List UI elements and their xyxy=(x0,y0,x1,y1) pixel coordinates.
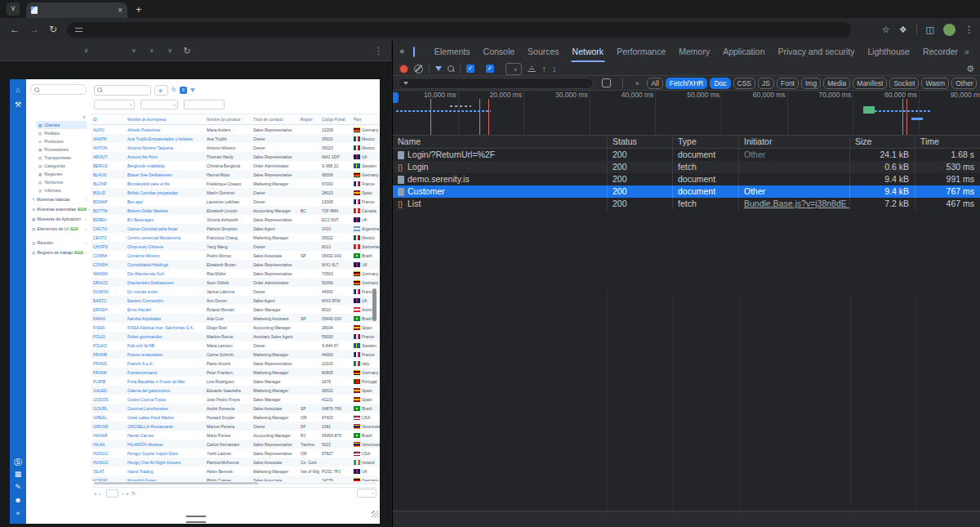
company-name-link[interactable]: FISSA Fabrica Inter. Salchichas S.A. xyxy=(125,325,204,330)
customer-id-link[interactable]: BSBEV xyxy=(91,217,125,222)
network-column-header[interactable]: Size xyxy=(850,136,915,148)
company-name-link[interactable]: Consolidated Holdings xyxy=(125,262,204,267)
network-settings-icon[interactable] xyxy=(966,64,974,74)
customer-id-link[interactable]: BERGS xyxy=(91,163,125,168)
devtools-tab[interactable]: Memory xyxy=(672,41,716,62)
scrollbar-thumb[interactable] xyxy=(94,482,258,485)
request-type-pill[interactable]: JS xyxy=(758,78,774,89)
customer-id-link[interactable]: FOLIG xyxy=(91,334,125,339)
customer-row[interactable]: FOLKO Folk och fä HB Maria Larsson Owner… xyxy=(91,341,380,350)
throttling-select[interactable] xyxy=(147,47,154,54)
company-name-link[interactable]: France restauration xyxy=(125,352,204,357)
last-page-icon[interactable] xyxy=(126,491,128,496)
country-filter-select[interactable] xyxy=(94,100,135,109)
customer-id-link[interactable]: FRANS xyxy=(91,361,125,366)
customer-id-link[interactable]: GOURL xyxy=(91,406,125,411)
company-name-link[interactable]: Bólido Comidas preparadas xyxy=(125,190,204,195)
forward-button[interactable] xyxy=(29,24,39,35)
next-page-icon[interactable] xyxy=(122,491,123,496)
request-type-pill[interactable]: CSS xyxy=(733,78,755,89)
customer-row[interactable]: ANTON Antonio Moreno Taquería Antonio Mo… xyxy=(91,143,380,152)
site-settings-icon[interactable] xyxy=(75,27,82,33)
company-name-link[interactable]: Familia Arquibaldo xyxy=(125,316,204,321)
customer-row[interactable]: BLONP Blondesddsl père et fils Frédériqu… xyxy=(91,179,380,188)
devtools-tab[interactable]: Recorder xyxy=(916,41,964,62)
viewport-corner-grip[interactable] xyxy=(372,511,379,518)
company-name-link[interactable]: Antonio Moreno Taquería xyxy=(125,145,204,150)
network-request-row[interactable]: Login/?ReturnUrl=%2F 200 document Other … xyxy=(393,149,980,161)
record-network-log-icon[interactable] xyxy=(399,65,408,74)
side-panel-icon[interactable] xyxy=(926,25,934,35)
customer-row[interactable]: HUNGC Hungry Coyote Import Store Yoshi L… xyxy=(91,449,380,458)
sidebar-group-item[interactable]: ▤ Reunión xyxy=(26,238,91,248)
customer-row[interactable]: CHOPS Chop-suey Chinese Yang Wang Owner … xyxy=(91,242,380,251)
company-name-link[interactable]: HILARIÓN-Abastos xyxy=(125,442,204,447)
company-name-link[interactable]: Königlich Essen xyxy=(125,478,204,482)
company-name-link[interactable]: Frankenversand xyxy=(125,370,204,375)
devtools-tab[interactable]: Lighthouse xyxy=(861,41,915,62)
device-toolbar-toggle-icon[interactable] xyxy=(413,47,415,57)
company-name-link[interactable]: Ernst Handel xyxy=(125,307,204,312)
customer-row[interactable]: GALED Galería del gastrónomo Eduardo Saa… xyxy=(91,386,380,395)
dimensions-select[interactable] xyxy=(82,47,88,54)
rotate-icon[interactable] xyxy=(184,46,191,56)
devtools-tab[interactable]: Sources xyxy=(521,41,566,62)
request-type-pill[interactable]: Socket xyxy=(889,78,919,89)
customer-row[interactable]: ALFKI Alfreds Futterkiste Maria Anders S… xyxy=(91,125,380,134)
filter-toggle-icon[interactable] xyxy=(435,66,442,71)
network-request-row[interactable]: List 200 fetch Bundle.Base.js?v=j38n8dE_… xyxy=(393,198,980,210)
customer-row[interactable]: KOENE Königlich Essen Philip Cramer Sale… xyxy=(91,476,380,481)
sidebar-module-item[interactable]: ⚙ Productos xyxy=(36,137,87,145)
collapse-sidebar-icon[interactable] xyxy=(10,509,26,517)
grid-column-header[interactable]: Región xyxy=(298,118,319,122)
grid-column-header[interactable]: Título de contacto xyxy=(251,118,298,122)
network-column-header[interactable]: Status xyxy=(608,136,673,148)
customer-id-link[interactable]: ANATR xyxy=(91,136,125,141)
company-name-link[interactable]: Du monde entier xyxy=(125,289,204,294)
customer-id-link[interactable]: FISSA xyxy=(91,325,125,330)
request-initiator[interactable]: Other xyxy=(739,149,850,161)
customer-row[interactable]: FRANS Franchi S.p.A. Paolo Accorti Sales… xyxy=(91,359,380,368)
export-har-icon[interactable] xyxy=(552,64,557,74)
devtools-tab[interactable]: Application xyxy=(716,41,771,62)
customer-id-link[interactable]: GROSR xyxy=(91,424,125,429)
profile-avatar[interactable] xyxy=(943,24,956,36)
tab-close-icon[interactable] xyxy=(118,6,122,15)
company-name-link[interactable]: Around the Horn xyxy=(125,154,204,159)
company-name-link[interactable]: Folk och fä HB xyxy=(125,343,204,348)
request-name-cell[interactable]: List xyxy=(393,198,608,210)
sidebar-module-item[interactable]: ▤ Clientes xyxy=(36,121,87,129)
city-filter-select[interactable] xyxy=(140,100,178,109)
network-request-row[interactable]: demo.serenity.is 200 document 9.4 kB 991… xyxy=(393,173,980,185)
import-har-icon[interactable] xyxy=(541,64,546,74)
customer-id-link[interactable]: GODOS xyxy=(91,397,125,402)
bookmark-icon[interactable] xyxy=(882,25,890,35)
customer-id-link[interactable]: HUNGC xyxy=(91,451,125,456)
grid-column-header[interactable]: País xyxy=(351,118,380,122)
sidebar-module-item[interactable]: ▥ Informes xyxy=(36,186,87,194)
customer-id-link[interactable]: FRANR xyxy=(91,352,125,357)
customer-row[interactable]: WANDK Die Wandernde Kuh Rita Müller Sale… xyxy=(91,269,380,278)
customer-row[interactable]: AROUT Around the Horn Thomas Hardy Sales… xyxy=(91,152,380,161)
company-name-link[interactable]: Blondesddsl père et fils xyxy=(125,181,204,186)
request-type-pill[interactable]: All xyxy=(647,78,662,89)
company-name-link[interactable]: Great Lakes Food Market xyxy=(125,415,204,420)
network-column-header[interactable]: Initiator xyxy=(739,136,850,148)
customer-id-link[interactable]: AROUT xyxy=(91,154,125,159)
viewport-resize-handle[interactable] xyxy=(372,288,376,321)
request-name-cell[interactable]: Login xyxy=(393,161,608,173)
customer-id-link[interactable]: HUNGO xyxy=(91,460,125,465)
device-toolbar-menu-icon[interactable] xyxy=(374,46,383,56)
customer-id-link[interactable]: DRACD xyxy=(91,280,125,285)
customer-id-link[interactable]: FAMIA xyxy=(91,316,125,321)
company-name-link[interactable]: Die Wandernde Kuh xyxy=(125,271,204,276)
customer-id-link[interactable]: KOENE xyxy=(91,478,125,482)
grid-column-header[interactable]: Código Postal xyxy=(319,118,351,122)
company-name-link[interactable]: Island Trading xyxy=(125,469,204,474)
customer-row[interactable]: HANAR Hanari Carnes Mario Pontes Account… xyxy=(91,431,380,440)
sidebar-search-input[interactable] xyxy=(30,84,87,95)
theme-icon[interactable] xyxy=(10,483,26,491)
sidebar-module-item[interactable]: ▧ Transportistas xyxy=(36,154,87,162)
browser-tab[interactable] xyxy=(26,2,127,18)
customer-row[interactable]: ERNSH Ernst Handel Roland Mendel Sales M… xyxy=(91,305,380,314)
